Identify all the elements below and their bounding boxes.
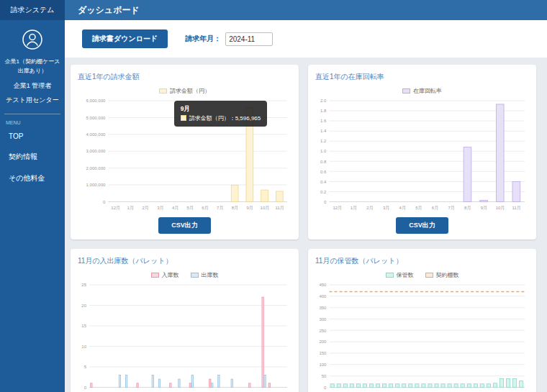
inventory-turnover-chart[interactable]: 00.20.40.60.81.01.21.41.61.82.012月1月2月3月… — [315, 96, 529, 212]
svg-text:1.0: 1.0 — [320, 149, 327, 153]
chart-legend: 入庫数出庫数 — [78, 271, 291, 279]
svg-text:100: 100 — [319, 363, 327, 367]
legend-item[interactable]: 契約棚数 — [425, 271, 459, 279]
svg-text:0.6: 0.6 — [320, 170, 327, 174]
legend-label: 契約棚数 — [436, 271, 459, 279]
svg-text:12月: 12月 — [333, 206, 342, 211]
sidebar-item-contract-info[interactable]: 契約情報 — [0, 146, 65, 168]
user-role: 企業1 管理者 — [0, 81, 65, 91]
svg-text:1月: 1月 — [127, 206, 134, 211]
svg-text:0: 0 — [324, 385, 327, 389]
main-area: ダッシュボード 請求書ダウンロード 請求年月： 直近1年の請求金額 請求金額（円… — [65, 0, 547, 392]
svg-text:450: 450 — [319, 283, 327, 287]
svg-text:0.2: 0.2 — [320, 190, 327, 194]
legend-label: 出庫数 — [202, 271, 219, 279]
legend-item[interactable]: 入庫数 — [151, 271, 179, 279]
svg-text:6,000,000: 6,000,000 — [86, 99, 106, 103]
svg-text:10: 10 — [81, 344, 86, 348]
svg-text:0: 0 — [84, 385, 87, 389]
chart-area: 0501001502002503003504004501234567891011… — [315, 281, 529, 392]
billing-amount-chart[interactable]: 01,000,0002,000,0003,000,0004,000,0005,0… — [78, 96, 291, 212]
svg-text:5,000,000: 5,000,000 — [86, 116, 106, 120]
app-title: 請求システム — [0, 0, 65, 20]
page-header: ダッシュボード — [65, 0, 547, 20]
csv-row: CSV出力 — [315, 217, 529, 234]
svg-text:2月: 2月 — [142, 206, 148, 211]
svg-text:150: 150 — [319, 351, 327, 355]
center-name: テスト用センター — [0, 96, 65, 105]
chart-area: 00.20.40.60.81.01.21.41.61.82.012月1月2月3月… — [315, 96, 529, 212]
svg-text:7月: 7月 — [448, 206, 454, 211]
svg-text:7月: 7月 — [217, 206, 223, 211]
sidebar-item-top[interactable]: TOP — [0, 127, 65, 146]
storage-pallets-chart[interactable]: 0501001502002503003504004501234567891011… — [315, 281, 529, 392]
download-invoice-button[interactable]: 請求書ダウンロード — [82, 29, 168, 48]
legend-item[interactable]: 保管数 — [386, 271, 414, 279]
svg-text:300: 300 — [319, 316, 327, 321]
svg-text:1,000,000: 1,000,000 — [86, 183, 106, 187]
legend-label: 在庫回転率 — [413, 87, 442, 95]
legend-label: 入庫数 — [162, 271, 179, 279]
svg-text:6月: 6月 — [432, 206, 438, 211]
legend-label: 保管数 — [397, 271, 414, 279]
svg-text:3月: 3月 — [157, 206, 163, 211]
svg-text:0.8: 0.8 — [320, 160, 327, 164]
sidebar-divider — [4, 114, 60, 114]
csv-export-button[interactable]: CSV出力 — [158, 217, 211, 234]
legend-swatch-icon — [191, 273, 199, 278]
legend-label: 請求金額（円） — [170, 87, 210, 95]
legend-item[interactable]: 出庫数 — [191, 271, 219, 279]
svg-text:5月: 5月 — [187, 206, 194, 211]
billing-month-label: 請求年月： — [185, 34, 221, 44]
svg-text:3月: 3月 — [383, 206, 389, 211]
svg-text:10月: 10月 — [261, 206, 270, 211]
svg-text:1月: 1月 — [351, 206, 357, 211]
card-storage-pallets: 11月の保管数（パレット） 保管数契約棚数 050100150200250300… — [308, 249, 536, 392]
svg-text:350: 350 — [319, 305, 327, 309]
chart-legend: 請求金額（円） — [78, 87, 291, 95]
svg-text:0: 0 — [324, 200, 327, 204]
svg-text:0.4: 0.4 — [320, 180, 327, 184]
card-title: 11月の入出庫数（パレット） — [78, 256, 291, 266]
svg-text:1.6: 1.6 — [320, 119, 327, 123]
card-inventory-turnover: 直近1年の在庫回転率 在庫回転率 00.20.40.60.81.01.21.41… — [308, 65, 536, 240]
svg-text:1.8: 1.8 — [320, 109, 327, 113]
chart-area: 0510152025123456789101112131415161718192… — [78, 281, 291, 392]
billing-month-group: 請求年月： — [185, 32, 273, 46]
legend-item[interactable]: 請求金額（円） — [159, 87, 210, 95]
billing-month-input[interactable] — [225, 32, 273, 46]
chart-legend: 在庫回転率 — [315, 87, 529, 95]
svg-text:200: 200 — [319, 339, 327, 344]
legend-swatch-icon — [159, 88, 167, 94]
csv-export-button[interactable]: CSV出力 — [396, 217, 448, 234]
legend-item[interactable]: 在庫回転率 — [402, 87, 442, 95]
svg-text:2.0: 2.0 — [320, 99, 327, 103]
inout-pallets-chart[interactable]: 0510152025123456789101112131415161718192… — [78, 281, 291, 392]
svg-text:11月: 11月 — [275, 206, 284, 211]
svg-text:4月: 4月 — [172, 206, 178, 211]
sidebar-item-other-fees[interactable]: その他料金 — [0, 168, 65, 189]
chart-area: 01,000,0002,000,0003,000,0004,000,0005,0… — [78, 96, 291, 212]
card-title: 直近1年の在庫回転率 — [315, 72, 529, 82]
svg-text:9月: 9月 — [481, 206, 487, 211]
svg-text:3,000,000: 3,000,000 — [86, 149, 106, 153]
dashboard-cards: 直近1年の請求金額 請求金額（円） 01,000,0002,000,0003,0… — [65, 58, 547, 392]
legend-swatch-icon — [386, 273, 394, 278]
chart-legend: 保管数契約棚数 — [315, 271, 529, 279]
legend-swatch-icon — [151, 273, 159, 278]
svg-text:5月: 5月 — [415, 206, 422, 211]
svg-text:8月: 8月 — [232, 206, 238, 211]
svg-text:9月: 9月 — [247, 206, 253, 211]
toolbar: 請求書ダウンロード 請求年月： — [65, 20, 547, 58]
svg-text:15: 15 — [81, 324, 86, 328]
svg-text:5: 5 — [84, 365, 87, 369]
svg-text:25: 25 — [81, 283, 86, 287]
card-inout-pallets: 11月の入出庫数（パレット） 入庫数出庫数 051015202512345678… — [71, 249, 299, 392]
svg-text:400: 400 — [319, 294, 327, 298]
user-avatar[interactable] — [0, 29, 65, 53]
svg-text:0: 0 — [103, 200, 106, 204]
svg-text:250: 250 — [319, 328, 327, 332]
svg-text:4月: 4月 — [399, 206, 406, 211]
svg-text:1.4: 1.4 — [320, 129, 327, 133]
page-title: ダッシュボード — [78, 4, 140, 17]
